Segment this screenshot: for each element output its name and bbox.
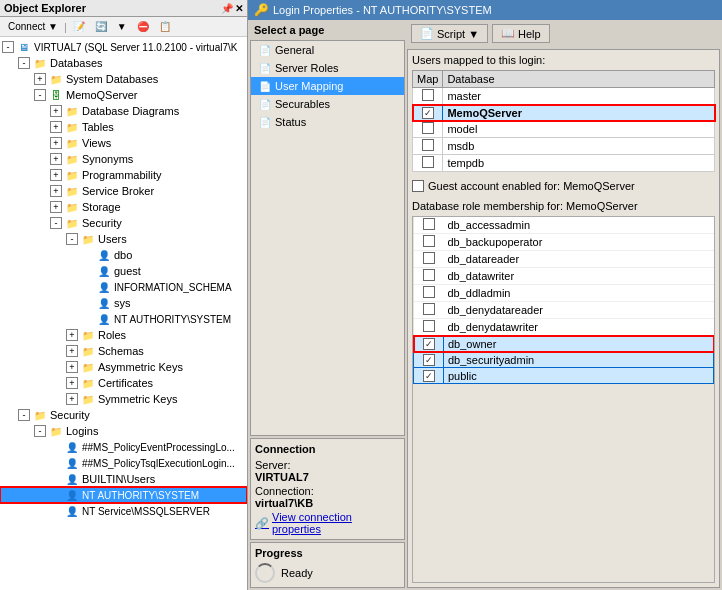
tree-item-ms-policy2[interactable]: 👤 ##MS_PolicyTsqlExecutionLogin... — [0, 455, 247, 471]
role-datawriter: db_datawriter — [444, 268, 714, 285]
tree-item-synonyms[interactable]: + 📁 Synonyms — [0, 151, 247, 167]
prog-expander[interactable]: + — [50, 169, 62, 181]
role-cb-datareader[interactable] — [423, 252, 435, 264]
role-cb-backupoperator[interactable] — [423, 235, 435, 247]
role-cb-securityadmin[interactable] — [423, 354, 435, 366]
role-cb-ddladmin[interactable] — [423, 286, 435, 298]
page-item-status[interactable]: 📄 Status — [251, 113, 404, 131]
col-map: Map — [413, 71, 443, 88]
connection-value: virtual7\KB — [255, 497, 313, 509]
storage-expander[interactable]: + — [50, 201, 62, 213]
security-top-icon: 📁 — [32, 408, 48, 422]
diagrams-expander[interactable]: + — [50, 105, 62, 117]
broker-expander[interactable]: + — [50, 185, 62, 197]
certificates-icon: 📁 — [80, 376, 96, 390]
role-cb-accessadmin[interactable] — [423, 218, 435, 230]
tree-item-security-top[interactable]: - 📁 Security — [0, 407, 247, 423]
tree-item-server[interactable]: - 🖥 VIRTUAL7 (SQL Server 11.0.2100 - vir… — [0, 39, 247, 55]
tree-item-nt-system-login[interactable]: 👤 NT AUTHORITY\SYSTEM — [0, 487, 247, 503]
tree-item-nt-auth-user[interactable]: 👤 NT AUTHORITY\SYSTEM — [0, 311, 247, 327]
map-checkbox-msdb[interactable] — [422, 139, 434, 151]
connection-box: Connection Server: VIRTUAL7 Connection: … — [250, 438, 405, 540]
role-cb-denydatareader[interactable] — [423, 303, 435, 315]
script-button[interactable]: 📄 Script ▼ — [411, 24, 488, 43]
tables-expander[interactable]: + — [50, 121, 62, 133]
tree-item-views[interactable]: + 📁 Views — [0, 135, 247, 151]
roles-expander[interactable]: + — [66, 329, 78, 341]
pin-icon[interactable]: 📌 — [221, 3, 233, 14]
security-db-expander[interactable]: - — [50, 217, 62, 229]
tree-item-systemdbs[interactable]: + 📁 System Databases — [0, 71, 247, 87]
table-row: MemoQServer — [413, 105, 715, 121]
role-cb-owner[interactable] — [423, 338, 435, 350]
symmetric-expander[interactable]: + — [66, 393, 78, 405]
security-top-expander[interactable]: - — [18, 409, 30, 421]
logins-expander[interactable]: - — [34, 425, 46, 437]
table-row: msdb — [413, 138, 715, 155]
databases-expander[interactable]: - — [18, 57, 30, 69]
properties-button[interactable]: 📋 — [155, 19, 175, 34]
tree-item-users[interactable]: - 📁 Users — [0, 231, 247, 247]
asymmetric-expander[interactable]: + — [66, 361, 78, 373]
progress-title: Progress — [255, 547, 400, 559]
tree-item-guest[interactable]: 👤 guest — [0, 263, 247, 279]
map-checkbox-tempdb[interactable] — [422, 156, 434, 168]
tree-item-security-db[interactable]: - 📁 Security — [0, 215, 247, 231]
tree-item-ms-policy1[interactable]: 👤 ##MS_PolicyEventProcessingLo... — [0, 439, 247, 455]
memoqserver-expander[interactable]: - — [34, 89, 46, 101]
role-public: public — [444, 368, 714, 384]
role-cb-public[interactable] — [423, 370, 435, 382]
page-item-general[interactable]: 📄 General — [251, 41, 404, 59]
tree-item-tables[interactable]: + 📁 Tables — [0, 119, 247, 135]
tree-item-nt-service[interactable]: 👤 NT Service\MSSQLSERVER — [0, 503, 247, 519]
help-button[interactable]: 📖 Help — [492, 24, 550, 43]
connect-button[interactable]: Connect ▼ — [4, 19, 62, 34]
builtin-label: BUILTIN\Users — [82, 473, 155, 485]
page-item-server-roles[interactable]: 📄 Server Roles — [251, 59, 404, 77]
storage-icon: 📁 — [64, 200, 80, 214]
map-checkbox-model[interactable] — [422, 122, 434, 134]
tree-item-servicebroker[interactable]: + 📁 Service Broker — [0, 183, 247, 199]
tree-item-info-schema[interactable]: 👤 INFORMATION_SCHEMA — [0, 279, 247, 295]
dbo-icon: 👤 — [96, 248, 112, 262]
tree-item-databases[interactable]: - 📁 Databases — [0, 55, 247, 71]
tree-item-storage[interactable]: + 📁 Storage — [0, 199, 247, 215]
schemas-expander[interactable]: + — [66, 345, 78, 357]
certificates-expander[interactable]: + — [66, 377, 78, 389]
server-expander[interactable]: - — [2, 41, 14, 53]
role-datareader: db_datareader — [444, 251, 714, 268]
connection-label: Connection: — [255, 485, 314, 497]
tree-item-symmetric[interactable]: + 📁 Symmetric Keys — [0, 391, 247, 407]
tree-item-builtin[interactable]: 👤 BUILTIN\Users — [0, 471, 247, 487]
tree-item-asymmetric[interactable]: + 📁 Asymmetric Keys — [0, 359, 247, 375]
systemdbs-expander[interactable]: + — [34, 73, 46, 85]
tree-item-roles[interactable]: + 📁 Roles — [0, 327, 247, 343]
tree-item-memoqserver[interactable]: - 🗄 MemoQServer — [0, 87, 247, 103]
role-cb-denydatawriter[interactable] — [423, 320, 435, 332]
tree-item-sys[interactable]: 👤 sys — [0, 295, 247, 311]
role-cb-datawriter[interactable] — [423, 269, 435, 281]
new-query-button[interactable]: 📝 — [69, 19, 89, 34]
map-checkbox-master[interactable] — [422, 89, 434, 101]
tree-item-schemas[interactable]: + 📁 Schemas — [0, 343, 247, 359]
refresh-button[interactable]: 🔄 — [91, 19, 111, 34]
stop-button[interactable]: ⛔ — [133, 19, 153, 34]
roles-membership-label: Database role membership for: MemoQServe… — [412, 200, 715, 212]
status-icon: 📄 — [259, 117, 271, 128]
tree-item-diagrams[interactable]: + 📁 Database Diagrams — [0, 103, 247, 119]
tree-item-dbo[interactable]: 👤 dbo — [0, 247, 247, 263]
guest-checkbox[interactable] — [412, 180, 424, 192]
users-folder-label: Users — [98, 233, 127, 245]
synonyms-expander[interactable]: + — [50, 153, 62, 165]
tree-item-programmability[interactable]: + 📁 Programmability — [0, 167, 247, 183]
views-expander[interactable]: + — [50, 137, 62, 149]
tree-item-certificates[interactable]: + 📁 Certificates — [0, 375, 247, 391]
close-icon[interactable]: ✕ — [235, 3, 243, 14]
users-expander[interactable]: - — [66, 233, 78, 245]
tree-item-logins[interactable]: - 📁 Logins — [0, 423, 247, 439]
page-item-user-mapping[interactable]: 📄 User Mapping — [251, 77, 404, 95]
page-item-securables[interactable]: 📄 Securables — [251, 95, 404, 113]
map-checkbox-memoq[interactable] — [422, 107, 434, 119]
filter-button[interactable]: ▼ — [113, 19, 131, 34]
view-connection-link[interactable]: 🔗 View connection properties — [255, 511, 400, 535]
